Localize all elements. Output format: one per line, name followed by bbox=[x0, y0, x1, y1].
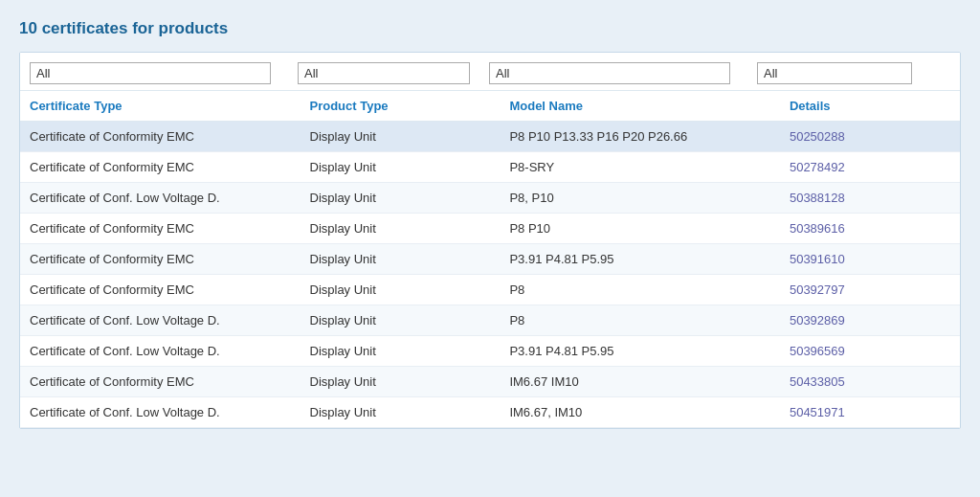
col-header-model-name[interactable]: Model Name bbox=[500, 91, 780, 122]
table-row: Certificate of Conf. Low Voltage D.Displ… bbox=[20, 305, 960, 336]
cell-cert-type: Certificate of Conf. Low Voltage D. bbox=[20, 336, 301, 367]
cell-details[interactable]: 50278492 bbox=[780, 152, 960, 183]
cell-details[interactable]: 50391610 bbox=[780, 244, 960, 275]
cell-details[interactable]: 50396569 bbox=[780, 336, 960, 367]
table-row: Certificate of Conformity EMCDisplay Uni… bbox=[20, 152, 960, 183]
cell-product-type: Display Unit bbox=[301, 244, 501, 275]
filter-product-input[interactable] bbox=[298, 62, 470, 84]
cell-model-name: P3.91 P4.81 P5.95 bbox=[500, 336, 780, 367]
cell-model-name: P8 bbox=[500, 275, 780, 305]
cell-details[interactable]: 50388128 bbox=[780, 183, 960, 214]
cell-cert-type: Certificate of Conformity EMC bbox=[20, 367, 301, 397]
cell-details[interactable]: 50389616 bbox=[780, 214, 960, 244]
cell-product-type: Display Unit bbox=[301, 152, 501, 183]
cell-product-type: Display Unit bbox=[301, 336, 501, 367]
cell-details[interactable]: 50250288 bbox=[780, 122, 960, 152]
cell-cert-type: Certificate of Conf. Low Voltage D. bbox=[20, 183, 301, 214]
details-link[interactable]: 50392797 bbox=[790, 282, 845, 297]
cell-product-type: Display Unit bbox=[301, 367, 501, 397]
cell-model-name: IM6.67, IM10 bbox=[500, 397, 780, 428]
certificates-table: Certificate Type Product Type Model Name… bbox=[20, 91, 960, 428]
details-link[interactable]: 50278492 bbox=[790, 160, 845, 174]
filter-product-container bbox=[298, 62, 489, 84]
cell-product-type: Display Unit bbox=[301, 275, 501, 305]
page-title: 10 certificates for products bbox=[19, 19, 961, 38]
filter-cert-container bbox=[30, 62, 298, 84]
cell-product-type: Display Unit bbox=[301, 214, 501, 244]
cell-model-name: P8-SRY bbox=[500, 152, 780, 183]
details-link[interactable]: 50389616 bbox=[790, 221, 845, 236]
table-row: Certificate of Conf. Low Voltage D.Displ… bbox=[20, 183, 960, 214]
details-link[interactable]: 50451971 bbox=[790, 405, 845, 419]
cell-product-type: Display Unit bbox=[301, 183, 501, 214]
cell-cert-type: Certificate of Conformity EMC bbox=[20, 122, 301, 152]
col-header-product-type[interactable]: Product Type bbox=[301, 91, 501, 122]
col-header-cert-type[interactable]: Certificate Type bbox=[20, 91, 301, 122]
filter-row bbox=[20, 53, 960, 91]
filter-cert-input[interactable] bbox=[30, 62, 271, 84]
cell-model-name: P3.91 P4.81 P5.95 bbox=[500, 244, 780, 275]
cell-cert-type: Certificate of Conformity EMC bbox=[20, 214, 301, 244]
cell-details[interactable]: 50433805 bbox=[780, 367, 960, 397]
details-link[interactable]: 50392869 bbox=[790, 313, 845, 328]
details-link[interactable]: 50250288 bbox=[790, 129, 845, 144]
cell-model-name: P8 bbox=[500, 305, 780, 336]
col-header-details[interactable]: Details bbox=[780, 91, 960, 122]
table-row: Certificate of Conformity EMCDisplay Uni… bbox=[20, 367, 960, 397]
table-row: Certificate of Conformity EMCDisplay Uni… bbox=[20, 214, 960, 244]
details-link[interactable]: 50433805 bbox=[790, 374, 845, 389]
cell-product-type: Display Unit bbox=[301, 305, 501, 336]
filter-model-input[interactable] bbox=[489, 62, 730, 84]
table-row: Certificate of Conf. Low Voltage D.Displ… bbox=[20, 336, 960, 367]
table-row: Certificate of Conformity EMCDisplay Uni… bbox=[20, 275, 960, 305]
cell-product-type: Display Unit bbox=[301, 122, 501, 152]
details-link[interactable]: 50396569 bbox=[790, 344, 845, 358]
cell-cert-type: Certificate of Conf. Low Voltage D. bbox=[20, 397, 301, 428]
filter-details-container bbox=[757, 62, 929, 84]
cell-cert-type: Certificate of Conf. Low Voltage D. bbox=[20, 305, 301, 336]
table-row: Certificate of Conformity EMCDisplay Uni… bbox=[20, 122, 960, 152]
cell-details[interactable]: 50392797 bbox=[780, 275, 960, 305]
table-row: Certificate of Conformity EMCDisplay Uni… bbox=[20, 244, 960, 275]
table-row: Certificate of Conf. Low Voltage D.Displ… bbox=[20, 397, 960, 428]
details-link[interactable]: 50388128 bbox=[790, 191, 845, 205]
filter-model-container bbox=[489, 62, 757, 84]
cell-product-type: Display Unit bbox=[301, 397, 501, 428]
cell-model-name: P8, P10 bbox=[500, 183, 780, 214]
cell-cert-type: Certificate of Conformity EMC bbox=[20, 275, 301, 305]
table-header-row: Certificate Type Product Type Model Name… bbox=[20, 91, 960, 122]
cell-model-name: P8 P10 P13.33 P16 P20 P26.66 bbox=[500, 122, 780, 152]
filter-details-input[interactable] bbox=[757, 62, 912, 84]
cell-model-name: P8 P10 bbox=[500, 214, 780, 244]
certificates-table-wrapper: Certificate Type Product Type Model Name… bbox=[19, 52, 961, 429]
cell-details[interactable]: 50392869 bbox=[780, 305, 960, 336]
cell-cert-type: Certificate of Conformity EMC bbox=[20, 244, 301, 275]
cell-model-name: IM6.67 IM10 bbox=[500, 367, 780, 397]
cell-cert-type: Certificate of Conformity EMC bbox=[20, 152, 301, 183]
cell-details[interactable]: 50451971 bbox=[780, 397, 960, 428]
details-link[interactable]: 50391610 bbox=[790, 252, 845, 266]
